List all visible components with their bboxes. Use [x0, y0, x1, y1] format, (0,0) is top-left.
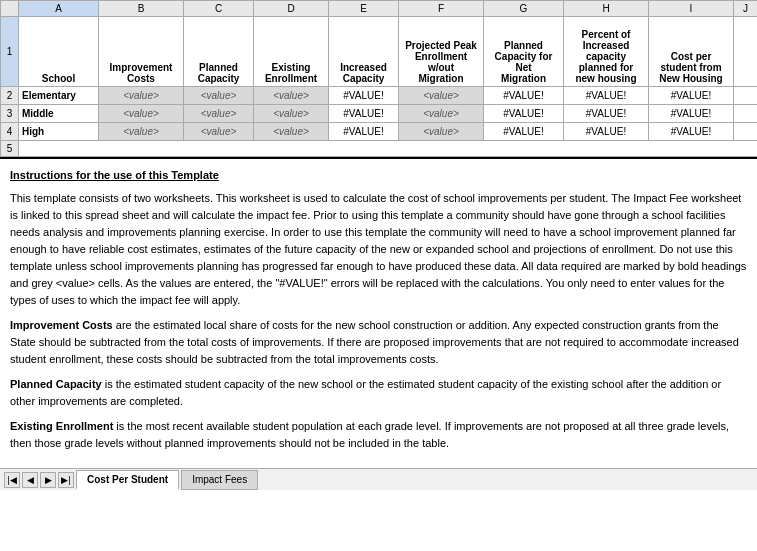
high-existing-enrollment[interactable]: <value> [254, 123, 329, 141]
tab-cost-per-student[interactable]: Cost Per Student [76, 470, 179, 490]
tab-nav-prev[interactable]: ◀ [22, 472, 38, 488]
planned-capacity-header: Planned Capacity [184, 17, 254, 87]
instruction-title: Instructions for the use of this Templat… [10, 167, 747, 184]
middle-planned-migration: #VALUE! [484, 105, 564, 123]
elementary-planned-capacity[interactable]: <value> [184, 87, 254, 105]
col-header-b[interactable]: B [99, 1, 184, 17]
middle-percent-increased: #VALUE! [564, 105, 649, 123]
high-percent-increased: #VALUE! [564, 123, 649, 141]
col-header-h[interactable]: H [564, 1, 649, 17]
improvement-costs-header: Improvement Costs [99, 17, 184, 87]
elementary-planned-migration: #VALUE! [484, 87, 564, 105]
percent-increased-header: Percent of Increased capacity planned fo… [564, 17, 649, 87]
middle-cost-per-student: #VALUE! [649, 105, 734, 123]
high-cost-per-student: #VALUE! [649, 123, 734, 141]
elementary-percent-increased: #VALUE! [564, 87, 649, 105]
existing-enrollment-header: Existing Enrollment [254, 17, 329, 87]
cost-per-student-header: Cost per student from New Housing [649, 17, 734, 87]
high-improvement-costs[interactable]: <value> [99, 123, 184, 141]
spacer-5 [19, 141, 758, 157]
row-num-1: 1 [1, 17, 19, 87]
instruction-para1: This template consists of two worksheets… [10, 190, 747, 309]
col-header-f[interactable]: F [399, 1, 484, 17]
row-num-2: 2 [1, 87, 19, 105]
middle-increased-capacity: #VALUE! [329, 105, 399, 123]
middle-j [734, 105, 758, 123]
instruction-para3: Planned Capacity is the estimated studen… [10, 376, 747, 410]
improvement-costs-term: Improvement Costs [10, 319, 113, 331]
school-header: School [19, 17, 99, 87]
middle-improvement-costs[interactable]: <value> [99, 105, 184, 123]
high-j [734, 123, 758, 141]
high-planned-capacity[interactable]: <value> [184, 123, 254, 141]
elementary-increased-capacity: #VALUE! [329, 87, 399, 105]
planned-capacity-desc: is the estimated student capacity of the… [10, 378, 721, 407]
elementary-j [734, 87, 758, 105]
tab-nav-next[interactable]: ▶ [40, 472, 56, 488]
spacer-row-5: 5 [1, 141, 758, 157]
col-header-c[interactable]: C [184, 1, 254, 17]
elementary-row: 2 Elementary <value> <value> <value> #VA… [1, 87, 758, 105]
col-header-g[interactable]: G [484, 1, 564, 17]
instruction-para2: Improvement Costs are the estimated loca… [10, 317, 747, 368]
elementary-improvement-costs[interactable]: <value> [99, 87, 184, 105]
middle-projected-peak[interactable]: <value> [399, 105, 484, 123]
elementary-cost-per-student: #VALUE! [649, 87, 734, 105]
elementary-projected-peak[interactable]: <value> [399, 87, 484, 105]
middle-school-name[interactable]: Middle [19, 105, 99, 123]
instruction-para4: Existing Enrollment is the most recent a… [10, 418, 747, 452]
elementary-existing-enrollment[interactable]: <value> [254, 87, 329, 105]
middle-existing-enrollment[interactable]: <value> [254, 105, 329, 123]
row-num-4: 4 [1, 123, 19, 141]
high-school-name[interactable]: High [19, 123, 99, 141]
col-header-i[interactable]: I [649, 1, 734, 17]
high-increased-capacity: #VALUE! [329, 123, 399, 141]
planned-capacity-term: Planned Capacity [10, 378, 102, 390]
spreadsheet-table: A B C D E F G H I J 1 School Improvement… [0, 0, 757, 157]
col-header-j[interactable]: J [734, 1, 758, 17]
col-j-header [734, 17, 758, 87]
middle-row: 3 Middle <value> <value> <value> #VALUE!… [1, 105, 758, 123]
elementary-school-name[interactable]: Elementary [19, 87, 99, 105]
tab-bar: |◀ ◀ ▶ ▶| Cost Per Student Impact Fees [0, 468, 757, 490]
improvement-costs-desc: are the estimated local share of costs f… [10, 319, 739, 365]
table-header-row: 1 School Improvement Costs Planned Capac… [1, 17, 758, 87]
row-num-5: 5 [1, 141, 19, 157]
col-header-d[interactable]: D [254, 1, 329, 17]
high-row: 4 High <value> <value> <value> #VALUE! <… [1, 123, 758, 141]
instruction-area: Instructions for the use of this Templat… [0, 157, 757, 468]
planned-capacity-migration-header: Planned Capacity for Net Migration [484, 17, 564, 87]
existing-enrollment-desc: is the most recent available student pop… [10, 420, 729, 449]
high-planned-migration: #VALUE! [484, 123, 564, 141]
tab-impact-fees[interactable]: Impact Fees [181, 470, 258, 490]
column-header-row: A B C D E F G H I J [1, 1, 758, 17]
increased-capacity-header: Increased Capacity [329, 17, 399, 87]
col-header-a[interactable]: A [19, 1, 99, 17]
row-num-3: 3 [1, 105, 19, 123]
middle-planned-capacity[interactable]: <value> [184, 105, 254, 123]
high-projected-peak[interactable]: <value> [399, 123, 484, 141]
projected-peak-header: Projected Peak Enrollment w/out Migratio… [399, 17, 484, 87]
existing-enrollment-term: Existing Enrollment [10, 420, 113, 432]
tab-nav-last[interactable]: ▶| [58, 472, 74, 488]
corner-cell [1, 1, 19, 17]
col-header-e[interactable]: E [329, 1, 399, 17]
tab-nav-first[interactable]: |◀ [4, 472, 20, 488]
